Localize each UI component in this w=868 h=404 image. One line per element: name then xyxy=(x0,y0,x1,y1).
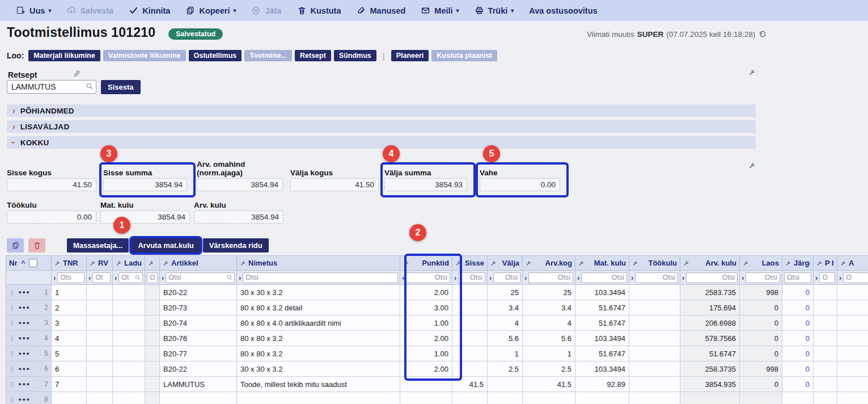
cell-arvkulu[interactable]: 3854.935 xyxy=(680,377,740,392)
cell-nimetus[interactable]: 30 x 30 x 3.2 xyxy=(237,285,400,300)
filter-re-input[interactable] xyxy=(147,272,158,283)
cell-pi[interactable] xyxy=(814,361,837,377)
cell-tnr[interactable]: 5 xyxy=(52,346,87,361)
column-header-tnr[interactable]: TNR xyxy=(52,256,87,271)
column-header-laos[interactable]: Laos xyxy=(740,256,782,271)
cell-re[interactable] xyxy=(145,300,160,315)
section-lisavaljad[interactable]: › LISAVÄLJAD xyxy=(7,120,756,133)
cell-matkulu[interactable]: 103.3494 xyxy=(575,361,629,377)
cell-artikkel[interactable] xyxy=(160,392,237,404)
filter-sisse-input[interactable] xyxy=(458,272,485,283)
chevron-down-icon[interactable]: ▾ xyxy=(511,7,514,14)
cell-tookulu[interactable] xyxy=(629,361,680,377)
cell-tnr[interactable]: 1 xyxy=(52,285,87,300)
cell-artikkel[interactable]: B20-74 xyxy=(160,315,237,331)
cell-punktid[interactable]: 2.00 xyxy=(400,331,452,346)
column-header-sisse[interactable]: Sisse xyxy=(452,256,488,271)
cell-sisse[interactable] xyxy=(452,392,488,404)
cell-re[interactable] xyxy=(145,346,160,361)
history-icon[interactable] xyxy=(758,30,767,39)
cell-a[interactable] xyxy=(837,300,868,315)
row-menu-icon[interactable]: ●●● xyxy=(19,335,31,341)
cell-arvkog[interactable]: 41.5 xyxy=(523,377,575,392)
cell-rv[interactable] xyxy=(87,377,113,392)
filter-punktid-input[interactable] xyxy=(406,272,450,283)
cell-matkulu[interactable]: 103.3494 xyxy=(575,285,629,300)
cell-valja[interactable]: 5.6 xyxy=(488,331,523,346)
cell-laos[interactable]: 998 xyxy=(740,361,782,377)
cell-rv[interactable] xyxy=(87,346,113,361)
search-icon[interactable] xyxy=(86,82,94,90)
column-header-artikkel[interactable]: Artikkel xyxy=(160,256,237,271)
cell-arvkog[interactable]: 5.6 xyxy=(523,331,575,346)
cell-rv[interactable] xyxy=(87,315,113,331)
column-header-matkulu[interactable]: Mat. kulu xyxy=(575,256,629,271)
row-menu-icon[interactable]: ●●● xyxy=(19,397,31,402)
filter-expand-icon[interactable]: › xyxy=(742,274,744,281)
chevron-down-icon[interactable]: ▾ xyxy=(233,7,236,14)
cell-arvkulu[interactable]: 51.6747 xyxy=(680,346,740,361)
recipe-input[interactable] xyxy=(7,80,96,94)
filter-expand-icon[interactable]: › xyxy=(839,274,841,281)
filter-expand-icon[interactable]: › xyxy=(631,274,633,281)
row-menu-icon[interactable]: ●●● xyxy=(19,320,31,326)
cell-arvkulu[interactable] xyxy=(680,392,740,404)
cell-matkulu[interactable]: 51.6747 xyxy=(575,315,629,331)
cell-matkulu[interactable]: 51.6747 xyxy=(575,346,629,361)
cell-arvkog[interactable]: 3.4 xyxy=(523,300,575,315)
cell-a[interactable] xyxy=(837,377,868,392)
filter-expand-icon[interactable]: › xyxy=(162,274,164,281)
cell-pi[interactable] xyxy=(814,346,837,361)
sort-asc-icon[interactable]: ^ xyxy=(21,259,25,267)
column-header-arvkog[interactable]: Arv.kog xyxy=(523,256,575,271)
cell-jargc[interactable]: 0 xyxy=(782,285,814,300)
drag-handle-icon[interactable]: ⣿ xyxy=(10,335,14,341)
row-menu-icon[interactable]: ●●● xyxy=(19,305,31,310)
cell-laos[interactable]: 0 xyxy=(740,315,782,331)
cell-a[interactable] xyxy=(837,315,868,331)
section-pohiandmed[interactable]: › PÕHIANDMED xyxy=(7,104,756,117)
cell-matkulu[interactable]: 51.6747 xyxy=(575,300,629,315)
filter-rv-input[interactable] xyxy=(92,272,111,283)
cell-arvkog[interactable]: 25 xyxy=(523,285,575,300)
cell-rv[interactable] xyxy=(87,300,113,315)
cell-pi[interactable] xyxy=(814,315,837,331)
create-event-button[interactable]: Sündmus xyxy=(334,50,376,61)
filter-laos-input[interactable] xyxy=(746,272,780,283)
section-kokku[interactable]: › KOKKU xyxy=(7,136,756,149)
cell-artikkel[interactable]: B20-73 xyxy=(160,300,237,315)
delete-button[interactable]: Kustuta xyxy=(297,6,341,15)
cell-rv[interactable] xyxy=(87,361,113,377)
cell-a[interactable] xyxy=(837,346,868,361)
new-button[interactable]: Uus▾ xyxy=(16,6,51,15)
cell-ladu[interactable] xyxy=(113,377,145,392)
cell-tookulu[interactable] xyxy=(629,392,680,404)
filter-expand-icon[interactable]: › xyxy=(815,274,818,281)
filter-nimetus-input[interactable] xyxy=(243,272,398,283)
cell-tookulu[interactable] xyxy=(629,346,680,361)
cell-punktid[interactable]: 1.00 xyxy=(400,346,452,361)
filter-expand-icon[interactable]: › xyxy=(489,274,492,281)
cell-valja[interactable]: 25 xyxy=(488,285,523,300)
column-header-a[interactable]: A xyxy=(837,256,868,271)
cell-sisse[interactable]: 41.5 xyxy=(452,377,488,392)
cell-valja[interactable]: 1 xyxy=(488,346,523,361)
cell-arvkulu[interactable]: 2583.735 xyxy=(680,285,740,300)
cell-tnr[interactable]: 2 xyxy=(52,300,87,315)
cell-re[interactable] xyxy=(145,285,160,300)
cell-valja[interactable]: 4 xyxy=(488,315,523,331)
cell-tookulu[interactable] xyxy=(629,285,680,300)
cell-re[interactable] xyxy=(145,331,160,346)
create-recipe-button[interactable]: Retsept xyxy=(295,50,331,61)
filter-expand-icon[interactable]: › xyxy=(53,274,56,281)
cell-arvkulu[interactable]: 206.6988 xyxy=(680,315,740,331)
cell-nimetus[interactable]: 80 x 80 x 3.2 xyxy=(237,331,400,346)
cell-pi[interactable] xyxy=(814,331,837,346)
cell-sisse[interactable] xyxy=(452,285,488,300)
cell-re[interactable] xyxy=(145,361,160,377)
cell-ladu[interactable] xyxy=(113,315,145,331)
cell-artikkel[interactable]: B20-22 xyxy=(160,285,237,300)
copy-rows-button[interactable] xyxy=(7,238,24,253)
cell-matkulu[interactable]: 92.89 xyxy=(575,377,629,392)
cell-nimetus[interactable]: 80 x 80 x 3.2 detail xyxy=(237,300,400,315)
